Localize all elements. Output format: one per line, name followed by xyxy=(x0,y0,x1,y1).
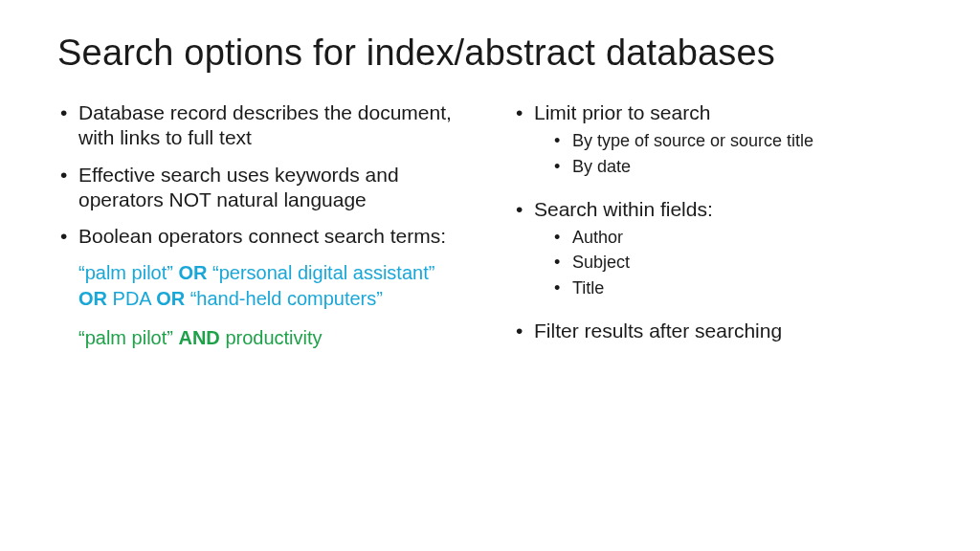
right-sub-2b: Subject xyxy=(551,251,896,274)
right-bullet-2-text: Search within fields: xyxy=(534,198,713,220)
example-or: “palm pilot” OR “personal digital assist… xyxy=(78,260,459,312)
ex-or-text-1: “palm pilot” xyxy=(78,262,178,283)
right-bullet-2: Search within fields: Author Subject Tit… xyxy=(513,197,896,299)
right-bullet-1: Limit prior to search By type of source … xyxy=(513,100,896,178)
left-bullet-3: Boolean operators connect search terms: xyxy=(57,224,459,249)
ex-or-op-1: OR xyxy=(178,262,207,283)
right-sub-1a: By type of source or source title xyxy=(551,129,896,152)
ex-and-text-1: “palm pilot” xyxy=(78,327,178,348)
content-columns: Database record describes the document, … xyxy=(57,100,923,355)
right-column: Limit prior to search By type of source … xyxy=(513,100,896,355)
right-sub-1b: By date xyxy=(551,155,896,178)
left-bullet-1: Database record describes the document, … xyxy=(57,100,459,151)
left-column: Database record describes the document, … xyxy=(57,100,459,355)
ex-and-op-1: AND xyxy=(178,327,219,348)
slide-title: Search options for index/abstract databa… xyxy=(57,33,923,74)
boolean-examples: “palm pilot” OR “personal digital assist… xyxy=(78,260,459,351)
ex-or-op-2: OR xyxy=(78,288,107,309)
right-sub-2c: Title xyxy=(551,276,896,299)
right-bullet-3: Filter results after searching xyxy=(513,319,896,343)
ex-or-text-4: “hand-held computers” xyxy=(185,288,383,309)
right-sub-2a: Author xyxy=(551,226,896,249)
left-bullet-2: Effective search uses keywords and opera… xyxy=(57,163,459,213)
example-and: “palm pilot” AND productivity xyxy=(78,325,459,351)
ex-and-text-2: productivity xyxy=(220,327,323,348)
ex-or-text-3: PDA xyxy=(107,288,156,309)
right-bullet-1-text: Limit prior to search xyxy=(534,101,710,123)
ex-or-text-2: “personal digital assistant” xyxy=(207,262,434,283)
ex-or-op-3: OR xyxy=(156,288,185,309)
